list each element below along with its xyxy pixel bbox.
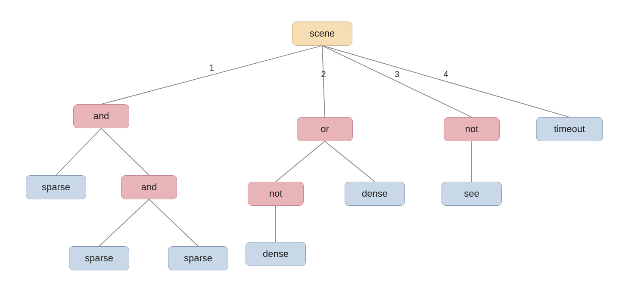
svg-text:2: 2	[321, 69, 326, 79]
svg-line-4	[56, 128, 101, 175]
node-or1: or	[297, 117, 353, 141]
svg-line-1	[322, 46, 325, 117]
svg-line-7	[325, 141, 375, 182]
svg-text:3: 3	[395, 69, 399, 79]
node-sparse1: sparse	[26, 175, 86, 199]
svg-line-5	[101, 128, 149, 175]
svg-line-6	[276, 141, 325, 182]
svg-line-0	[101, 46, 322, 104]
svg-line-9	[99, 199, 149, 246]
svg-text:4: 4	[443, 69, 448, 79]
node-and2: and	[121, 175, 177, 199]
svg-text:1: 1	[209, 63, 214, 72]
node-not2: not	[248, 182, 304, 206]
node-see1: see	[442, 182, 502, 206]
node-timeout: timeout	[536, 117, 603, 141]
node-dense2: dense	[246, 242, 306, 266]
svg-line-2	[322, 46, 472, 117]
svg-line-3	[322, 46, 569, 117]
node-and1: and	[73, 104, 129, 128]
svg-line-10	[149, 199, 198, 246]
node-dense1: dense	[345, 182, 405, 206]
node-sparse2: sparse	[69, 246, 129, 270]
node-not1: not	[444, 117, 500, 141]
node-scene: scene	[292, 22, 352, 46]
node-sparse3: sparse	[168, 246, 228, 270]
